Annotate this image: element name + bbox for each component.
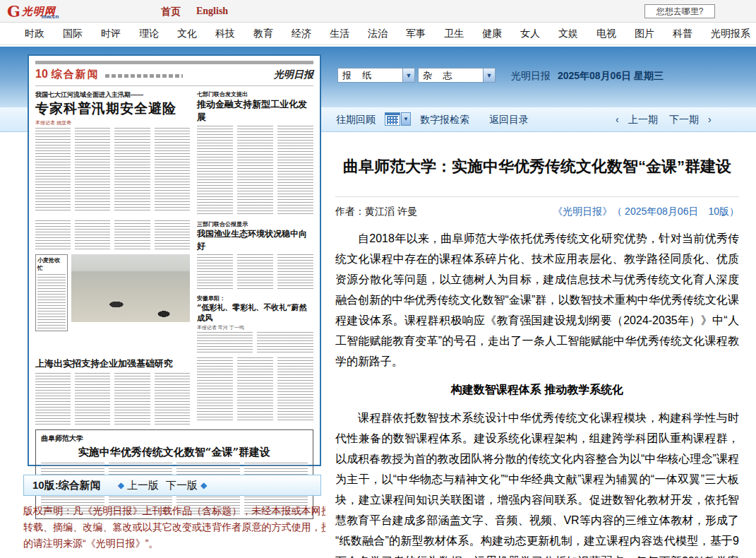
nav-item-keji[interactable]: 科技 xyxy=(206,28,244,40)
article-section-heading: 构建数智课程体系 推动教学系统化 xyxy=(335,383,739,398)
nav-item-jingji[interactable]: 经济 xyxy=(282,28,320,40)
np-qufu-title: 实施中华优秀传统文化数智“金课”群建设 xyxy=(41,446,308,459)
logo-g-glyph: G xyxy=(7,2,20,20)
paper-section-name: 综合新闻 xyxy=(52,68,100,81)
paper-masthead-logo: 光明日报 xyxy=(274,69,313,81)
nav-item-kepu[interactable]: 科普 xyxy=(664,28,702,40)
np-flood-kicker: 我国七大江河流域全面进入主汛期—— xyxy=(35,90,190,100)
article-source[interactable]: 《光明日报》（ 2025年08月06日 10版） xyxy=(553,206,739,218)
chevron-down-icon[interactable]: ▼ xyxy=(402,69,414,82)
np-text-columns xyxy=(197,126,313,216)
nav-item-jiaoyu[interactable]: 教育 xyxy=(244,28,282,40)
paper-select-value: 报 纸 xyxy=(338,69,402,82)
nav-item-lilun[interactable]: 理论 xyxy=(130,28,168,40)
np-wheat-box-title: 小麦抢收忙 xyxy=(37,256,66,272)
nav-item-guoji[interactable]: 国际 xyxy=(54,28,92,40)
english-link[interactable]: English xyxy=(196,6,228,17)
newspaper-page-preview[interactable]: 10 综合新闻 光明日报 我国七大江河流域全面进入主汛期—— 专家科普汛期安全避… xyxy=(28,54,321,466)
nav-item-fazhi[interactable]: 法治 xyxy=(359,28,397,40)
prev-page-icon: ◆ xyxy=(118,480,124,490)
np-text-columns xyxy=(197,254,313,291)
nav-item-nvren[interactable]: 女人 xyxy=(511,28,549,40)
np-qufu-kicker: 曲阜师范大学 xyxy=(41,434,308,444)
np-fishery-kicker: 三部门联合公报显示 xyxy=(197,220,313,228)
nav-item-shiping[interactable]: 时评 xyxy=(92,28,130,40)
next-issue-arrow[interactable]: › xyxy=(708,114,712,125)
np-caili-byline: 本报记者 常河 丁一鸣 xyxy=(197,324,313,331)
np-text-columns xyxy=(35,128,190,211)
nav-item-junshi[interactable]: 军事 xyxy=(397,28,435,40)
next-issue-link[interactable]: 下一期 xyxy=(669,114,699,126)
home-link[interactable]: 首页 xyxy=(161,6,181,18)
article-title: 曲阜师范大学：实施中华优秀传统文化数智“金课”群建设 xyxy=(335,153,739,181)
nav-item-shizheng[interactable]: 时政 xyxy=(16,28,54,40)
paper-page-header: 10 综合新闻 光明日报 xyxy=(35,68,313,83)
nav-item-wenyu[interactable]: 文娱 xyxy=(549,28,587,40)
np-caili-title: “低彩礼、零彩礼、不收礼”蔚然成风 xyxy=(197,302,313,323)
article-paragraph: 课程群依托数智技术系统设计中华优秀传统文化课程模块，构建科学性与时代性兼备的数智… xyxy=(335,408,739,558)
issue-date: 光明日报 2025年08月06日 星期三 xyxy=(511,70,664,83)
copyright-notice: 版权声明：凡《光明日报》上刊载作品（含标题），未经本报或本网授权不得转载、摘编、… xyxy=(23,503,361,552)
prev-page-link[interactable]: 上一版 xyxy=(127,479,159,492)
current-page-label: 10版:综合新闻 xyxy=(32,479,101,492)
calendar-icon[interactable] xyxy=(385,112,400,126)
np-caili-kicker: 安徽阜阳： xyxy=(197,295,313,302)
np-harvest-photo xyxy=(71,254,190,322)
back-to-toc-link[interactable]: 返回目录 xyxy=(489,114,529,126)
np-photo-region: 小麦抢收忙 xyxy=(35,220,190,353)
issue-masthead: 光明日报 xyxy=(511,70,551,81)
calendar-dropdown-icon[interactable]: ▼ xyxy=(401,112,411,126)
gmw-logo[interactable]: G 光明网 mw.cn xyxy=(7,3,59,20)
paper-page-number: 10 xyxy=(35,68,48,81)
np-wheat-box[interactable]: 小麦抢收忙 xyxy=(35,254,68,331)
back-issues-link[interactable]: 往期回顾 xyxy=(336,114,376,126)
np-text-columns xyxy=(35,373,190,425)
digital-search-link[interactable]: 数字报检索 xyxy=(420,114,469,126)
article-paragraph: 自2018年以来，曲阜师范大学依托优秀传统文化研究优势，针对当前优秀传统文化课程… xyxy=(335,228,739,372)
np-fishery-title: 我国渔业生态环境状况稳中向好 xyxy=(197,228,313,252)
np-finance-title: 推动金融支持新型工业化发展 xyxy=(197,98,313,124)
article-author: 作者：黄江滔 许曼 xyxy=(335,206,417,218)
paper-select[interactable]: 报 纸 ▼ xyxy=(337,68,415,83)
np-article-shanghai[interactable]: 上海出实招支持企业加强基础研究 xyxy=(35,357,190,425)
np-article-flood[interactable]: 我国七大江河流域全面进入主汛期—— 专家科普汛期安全避险 本报记者 姚亚奇 xyxy=(35,90,190,216)
nav-item-wenhua[interactable]: 文化 xyxy=(168,28,206,40)
np-flood-title: 专家科普汛期安全避险 xyxy=(35,100,190,118)
top-bar: G 光明网 mw.cn 首页 English 您想去哪里? xyxy=(0,0,756,23)
nav-item-tupian[interactable]: 图片 xyxy=(625,28,664,40)
divider xyxy=(35,85,313,86)
np-shanghai-title: 上海出实招支持企业加强基础研究 xyxy=(35,357,190,370)
masthead-rule xyxy=(35,61,313,64)
np-flood-byline: 本报记者 姚亚奇 xyxy=(35,119,190,126)
nav-item-weisheng[interactable]: 卫生 xyxy=(435,28,473,40)
np-article-finance[interactable]: 七部门联合发文提出 推动金融支持新型工业化发展 xyxy=(197,90,313,216)
magazine-select[interactable]: 杂 志 ▼ xyxy=(418,68,496,83)
nav-item-shenghuo[interactable]: 生活 xyxy=(320,28,359,40)
np-text-region xyxy=(197,357,313,425)
search-input[interactable]: 您想去哪里? xyxy=(644,4,715,18)
prev-issue-arrow[interactable]: ‹ xyxy=(616,114,619,125)
logo-domain-text: mw.cn xyxy=(42,13,59,20)
article-panel: 曲阜师范大学：实施中华优秀传统文化数智“金课”群建设 作者：黄江滔 许曼 《光明… xyxy=(325,134,749,558)
page-pager-bar: 10版:综合新闻 ◆ 上一版 下一版 ◆ xyxy=(23,475,321,496)
nav-item-gmbaoxi[interactable]: 光明报系 xyxy=(702,28,756,40)
np-article-fishery[interactable]: 三部门联合公报显示 我国渔业生态环境状况稳中向好 安徽阜阳： “低彩礼、零彩礼、… xyxy=(197,220,313,353)
divider xyxy=(335,196,739,197)
nav-item-jiankang[interactable]: 健康 xyxy=(473,28,511,40)
np-finance-kicker: 七部门联合发文提出 xyxy=(197,90,313,98)
paper-edition-meta xyxy=(105,74,183,78)
chevron-down-icon[interactable]: ▼ xyxy=(483,69,495,82)
article-body: 自2018年以来，曲阜师范大学依托优秀传统文化研究优势，针对当前优秀传统文化课程… xyxy=(335,228,739,558)
np-text-columns xyxy=(197,332,313,353)
issue-date-text: 2025年08月06日 星期三 xyxy=(558,70,664,81)
magazine-select-value: 杂 志 xyxy=(419,69,483,82)
nav-item-dianshi[interactable]: 电视 xyxy=(587,28,625,40)
next-page-link[interactable]: 下一版 xyxy=(166,479,198,492)
prev-issue-link[interactable]: 上一期 xyxy=(628,114,658,126)
main-nav: 时政 国际 时评 理论 文化 科技 教育 经济 生活 法治 军事 卫生 健康 女… xyxy=(0,23,756,45)
next-page-icon: ◆ xyxy=(200,480,207,490)
